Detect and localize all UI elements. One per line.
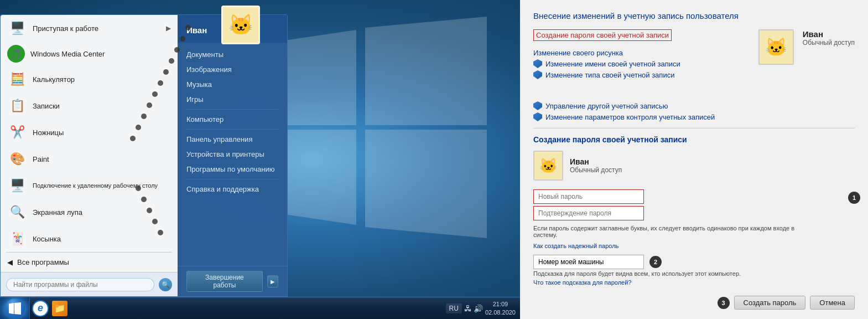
shield-icon-1 [533, 59, 542, 68]
right-item-documents[interactable]: Документы [178, 47, 287, 62]
create-password-button[interactable]: Создать пароль [734, 296, 806, 310]
start-menu-right: Иван Документы Изображения Музыка Игры К… [178, 15, 287, 296]
hint-note: Подсказка для пароля будет видна всем, к… [533, 270, 799, 277]
taskbar-date: 02.08.2020 [485, 308, 516, 316]
start-item-paint[interactable]: 🎨 Paint [1, 146, 178, 172]
change-name-label: Изменение имени своей учетной записи [545, 60, 680, 68]
change-type-label: Изменение типа своей учетной записи [545, 71, 674, 79]
shutdown-button[interactable]: Завершение работы [186, 271, 263, 292]
link-change-name[interactable]: Изменение имени своей учетной записи [533, 59, 747, 68]
taskbar-language: RU [446, 303, 462, 313]
all-programs-item[interactable]: ◀ Все программы [1, 255, 178, 272]
floating-cat-avatar: 🐱 [221, 6, 260, 44]
account-user-name: Иван [803, 29, 855, 39]
link-create-password[interactable]: Создание пароля своей учетной записи [533, 29, 672, 41]
getting-started-icon: 🖥️ [7, 18, 27, 38]
step-badge-2: 2 [649, 256, 662, 268]
all-programs-arrow: ◀ [7, 258, 13, 266]
right-menu-items: Документы Изображения Музыка Игры Компью… [178, 43, 287, 266]
link-change-picture[interactable]: Изменение своего рисунка [533, 49, 747, 57]
right-item-images[interactable]: Изображения [178, 62, 287, 77]
search-button[interactable]: 🔍 [159, 278, 172, 291]
start-shutdown-row: Завершение работы ▶ [178, 266, 287, 296]
getting-started-arrow: ▶ [166, 24, 171, 32]
start-item-rdp[interactable]: 🖥️ Подключение к удаленному рабочему сто… [1, 172, 178, 199]
manage-other-label: Управление другой учетной записью [545, 102, 668, 110]
link-strong-password[interactable]: Как создать надежный пароль [533, 243, 618, 249]
start-item-snipping[interactable]: ✂️ Ножницы [1, 119, 178, 146]
new-password-row [533, 189, 855, 204]
right-menu-divider3 [186, 179, 278, 179]
right-item-games[interactable]: Игры [178, 92, 287, 107]
windows-logo-icon [9, 302, 21, 315]
magnifier-icon: 🔍 [7, 202, 27, 222]
hint-field-row: 2 [533, 255, 855, 269]
change-uac-label: Изменение параметров контроля учетных за… [545, 113, 715, 121]
search-input[interactable] [6, 278, 154, 291]
getting-started-label: Приступая к работе [33, 24, 98, 33]
start-item-calc[interactable]: 🧮 Калькулятор [1, 66, 178, 92]
taskbar-clock: 21:09 02.08.2020 [485, 300, 516, 316]
password-user-name: Иван [570, 157, 622, 166]
snipping-icon: ✂️ [7, 122, 27, 142]
right-item-help[interactable]: Справка и поддержка [178, 182, 287, 197]
bottom-buttons-row: 3 Создать пароль Отмена [533, 296, 855, 310]
shield-icon-4 [533, 112, 542, 121]
password-user-row: 🐱 Иван Обычный доступ [533, 151, 855, 181]
password-user-role: Обычный доступ [570, 166, 622, 174]
rdp-icon: 🖥️ [7, 176, 27, 195]
link-change-uac[interactable]: Изменение параметров контроля учетных за… [533, 112, 855, 121]
start-orb [5, 299, 25, 318]
taskbar-explorer-button[interactable]: 📁 [52, 301, 67, 316]
account-user-info: Иван Обычный доступ [803, 29, 855, 47]
calc-label: Калькулятор [33, 75, 75, 84]
step-badge-1: 1 [848, 192, 860, 204]
account-links-section: Создание пароля своей учетной записи Изм… [533, 29, 747, 81]
start-item-stickynotes[interactable]: 📋 Записки [1, 92, 178, 119]
taskbar: e 📁 RU 🖧 🔊 21:09 02.08.2020 [0, 297, 520, 319]
right-item-computer[interactable]: Компьютер [178, 112, 287, 127]
shield-icon-2 [533, 70, 542, 79]
confirm-password-input[interactable] [533, 206, 644, 220]
start-item-magnifier[interactable]: 🔍 Экранная лупа [1, 199, 178, 225]
password-hint-input[interactable] [533, 255, 644, 269]
password-avatar: 🐱 [533, 151, 563, 181]
link-hint-info[interactable]: Что такое подсказка для паролей? [533, 279, 631, 286]
paint-label: Paint [33, 155, 49, 163]
start-item-getting-started[interactable]: 🖥️ Приступая к работе ▶ [1, 15, 178, 42]
paint-icon: 🎨 [7, 149, 27, 169]
right-item-default-programs[interactable]: Программы по умолчанию [178, 162, 287, 177]
panel-divider [533, 128, 855, 128]
change-picture-label: Изменение своего рисунка [533, 49, 623, 57]
start-search-bar: 🔍 [1, 272, 178, 296]
start-divider [6, 252, 172, 253]
link-manage-other[interactable]: Управление другой учетной записью [533, 101, 855, 110]
solitaire-label: Косынка [33, 235, 61, 243]
all-programs-label: Все программы [17, 258, 69, 266]
account-panel: Внесение изменений в учетную запись поль… [520, 0, 868, 319]
link-change-type[interactable]: Изменение типа своей учетной записи [533, 70, 747, 79]
wmc-icon: 🎵 [7, 45, 25, 63]
confirm-password-row [533, 206, 855, 220]
start-item-solitaire[interactable]: 🃏 Косынка [1, 225, 178, 250]
shutdown-arrow-button[interactable]: ▶ [267, 275, 278, 287]
right-item-devices[interactable]: Устройства и принтеры [178, 147, 287, 162]
right-item-music[interactable]: Музыка [178, 77, 287, 92]
panel-title: Внесение изменений в учетную запись поль… [533, 11, 855, 20]
desktop: 🐱 🖥️ Приступая к работе ▶ [0, 0, 520, 319]
rdp-label: Подключение к удаленному рабочему столу [33, 182, 158, 189]
password-user-info: Иван Обычный доступ [570, 157, 622, 174]
taskbar-start-button[interactable] [0, 297, 30, 320]
taskbar-ie-button[interactable]: e [32, 300, 49, 317]
right-item-control-panel[interactable]: Панель управления [178, 132, 287, 147]
stickynotes-label: Записки [33, 102, 60, 110]
right-menu-divider1 [186, 109, 278, 110]
magnifier-label: Экранная лупа [33, 208, 82, 217]
start-item-wmc[interactable]: 🎵 Windows Media Center [1, 42, 178, 66]
windows-logo-watermark [266, 17, 487, 238]
new-password-input[interactable] [533, 189, 644, 204]
shield-icon-3 [533, 101, 542, 110]
right-menu-divider2 [186, 129, 278, 130]
cancel-button[interactable]: Отмена [810, 296, 855, 310]
solitaire-icon: 🃏 [7, 229, 27, 249]
